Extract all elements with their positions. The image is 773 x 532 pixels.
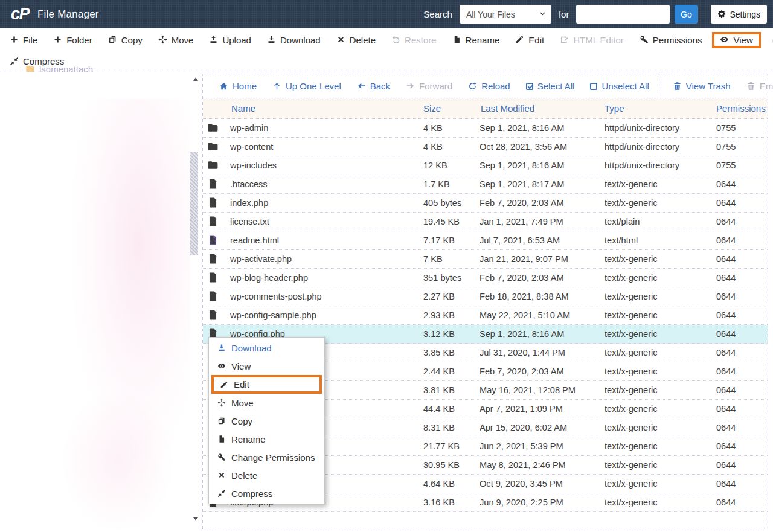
nav-item-back[interactable]: Back: [349, 81, 398, 91]
toolbar-item-delete[interactable]: Delete: [329, 35, 383, 45]
search-input[interactable]: [576, 5, 670, 24]
file-modified: Jul 7, 2021, 6:53 AM: [480, 236, 602, 245]
folder-icon: [25, 64, 35, 72]
toolbar-item-file[interactable]: File: [2, 35, 45, 45]
move-icon: [158, 35, 167, 45]
tree-item-ghost[interactable]: lsqmenattach: [25, 64, 93, 72]
pencil-icon: [515, 35, 524, 45]
file-row-wp-activate-php[interactable]: wp-activate.php7 KBJan 21, 2021, 9:07 PM…: [203, 250, 768, 269]
column-header-permissions[interactable]: Permissions: [712, 103, 768, 114]
file-row-license-txt[interactable]: license.txt19.45 KBJan 1, 2021, 7:49 PMt…: [203, 213, 768, 231]
column-header-size[interactable]: Size: [419, 103, 480, 114]
file-permissions: 0644: [712, 292, 768, 301]
column-header-modified[interactable]: Last Modified: [480, 103, 602, 114]
file-permissions: 0644: [712, 460, 768, 470]
file-modified: May 8, 2021, 2:46 PM: [480, 460, 602, 470]
file-permissions: 0755: [712, 142, 768, 152]
toolbar-item-folder[interactable]: Folder: [45, 35, 100, 45]
context-menu-item-change-permissions[interactable]: Change Permissions: [209, 448, 324, 466]
file-permissions: 0644: [712, 498, 768, 507]
file-row-wp-content[interactable]: wp-content4 KBOct 28, 2021, 3:56 AMhttpd…: [203, 138, 768, 156]
copy-icon: [217, 416, 226, 426]
item-label: Download: [231, 343, 272, 353]
toolbar-item-download[interactable]: Download: [259, 35, 329, 45]
file-permissions: 0755: [712, 161, 768, 170]
item-label: Delete: [350, 35, 376, 45]
separator: [661, 74, 661, 98]
file-row-htaccess[interactable]: .htaccess1.7 KBSep 1, 2021, 8:17 AMtext/…: [203, 175, 768, 194]
key-icon: [217, 452, 226, 463]
toolbar-item-view[interactable]: View: [712, 32, 760, 48]
item-label: Reload: [481, 81, 510, 91]
file-type: text/x-generic: [602, 423, 712, 432]
file-icon: [203, 216, 230, 228]
nav-item-home[interactable]: Home: [211, 81, 265, 91]
file-modified: Feb 7, 2020, 2:03 AM: [480, 273, 602, 283]
eye-icon: [217, 361, 226, 371]
file-row-readme-html[interactable]: </>readme.html7.17 KBJul 7, 2021, 6:53 A…: [203, 231, 768, 250]
file-modified: Jul 31, 2020, 1:44 PM: [480, 348, 602, 357]
search-scope-select[interactable]: All Your Files: [460, 5, 551, 24]
toolbar-row-1: FileFolderCopyMoveUploadDownloadDeleteRe…: [0, 28, 773, 51]
file-size: 7 KB: [419, 254, 480, 264]
context-menu: DownloadViewEditMoveCopyRenameChange Per…: [208, 337, 325, 504]
file-modified: Oct 9, 2020, 3:45 PM: [480, 479, 602, 489]
toolbar-item-permissions[interactable]: Permissions: [632, 35, 710, 45]
file-row-wp-comments-post-php[interactable]: wp-comments-post.php2.27 KBFeb 18, 2021,…: [203, 287, 768, 306]
file-permissions: 0644: [712, 404, 768, 414]
toolbar-item-rename[interactable]: Rename: [444, 35, 508, 45]
back-icon: [357, 81, 366, 91]
go-button[interactable]: Go: [675, 5, 698, 24]
toolbar-item-upload[interactable]: Upload: [201, 35, 259, 45]
nav-item-up-one-level[interactable]: Up One Level: [265, 81, 349, 91]
nav-item-reload[interactable]: Reload: [460, 81, 518, 91]
file-row-index-php[interactable]: index.php405 bytesFeb 7, 2020, 2:03 AMte…: [203, 194, 768, 213]
context-menu-item-compress[interactable]: Compress: [209, 484, 324, 502]
context-menu-item-delete[interactable]: Delete: [209, 466, 324, 484]
file-modified: May 16, 2021, 12:08 PM: [480, 385, 602, 395]
context-menu-item-view[interactable]: View: [209, 357, 324, 375]
column-header-name[interactable]: Name: [230, 103, 419, 114]
column-header-type[interactable]: Type: [602, 103, 712, 114]
sidebar-scrollbar[interactable]: [189, 72, 199, 527]
item-label: Rename: [466, 35, 500, 45]
file-name: wp-blog-header.php: [230, 273, 419, 283]
reload-icon: [468, 81, 477, 91]
file-name: wp-includes: [230, 161, 419, 170]
item-label: Change Permissions: [231, 452, 315, 463]
context-menu-item-move[interactable]: Move: [209, 394, 324, 412]
file-modified: Apr 7, 2021, 1:09 PM: [480, 404, 602, 414]
file-row-wp-includes[interactable]: wp-includes12 KBSep 1, 2021, 8:16 AMhttp…: [203, 156, 768, 175]
htmledit-icon: [560, 35, 569, 45]
toolbar-item-move[interactable]: Move: [150, 35, 202, 45]
nav-item-view-trash[interactable]: View Trash: [665, 81, 739, 91]
toolbar-item-edit[interactable]: Edit: [507, 35, 552, 45]
file-permissions: 0644: [712, 329, 768, 339]
item-label: Home: [233, 81, 257, 91]
toolbar-item-copy[interactable]: Copy: [100, 35, 150, 45]
context-menu-item-rename[interactable]: Rename: [209, 430, 324, 448]
file-row-wp-config-sample-php[interactable]: wp-config-sample.php2.93 KBMay 22, 2021,…: [203, 306, 768, 325]
file-size: 2.44 KB: [419, 367, 480, 376]
nav-item-unselect-all[interactable]: Unselect All: [582, 81, 656, 91]
file-size: 44.4 KB: [419, 404, 480, 414]
file-type: text/x-generic: [602, 498, 712, 507]
plus-icon: [53, 35, 62, 45]
context-menu-item-copy[interactable]: Copy: [209, 412, 324, 430]
file-type: text/plain: [602, 217, 712, 226]
file-row-wp-blog-header-php[interactable]: wp-blog-header.php351 bytesFeb 7, 2020, …: [203, 269, 768, 287]
file-name: wp-content: [230, 142, 419, 152]
context-menu-item-download[interactable]: Download: [209, 339, 324, 357]
context-menu-item-edit[interactable]: Edit: [211, 375, 322, 394]
file-modified: Feb 18, 2021, 8:38 AM: [480, 292, 602, 301]
nav-item-select-all[interactable]: Select All: [518, 81, 583, 91]
scroll-down-arrow[interactable]: [191, 513, 198, 519]
item-label: File: [23, 35, 37, 45]
file-row-wp-admin[interactable]: wp-admin4 KBSep 1, 2021, 8:16 AMhttpd/un…: [203, 119, 768, 138]
scrollbar-thumb[interactable]: [190, 152, 198, 255]
checkbox-empty-icon: [590, 83, 597, 90]
scroll-up-arrow[interactable]: [191, 75, 198, 81]
settings-button[interactable]: Settings: [711, 5, 767, 24]
file-type: text/x-generic: [602, 404, 712, 414]
file-size: 7.17 KB: [419, 236, 480, 245]
